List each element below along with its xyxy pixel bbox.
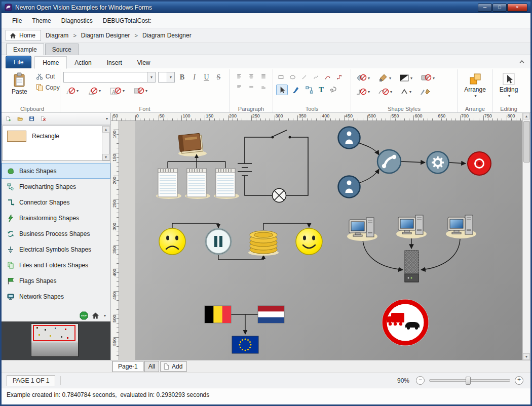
- text-border-button[interactable]: A ▾: [108, 86, 126, 96]
- format-painter-buttons[interactable]: [418, 87, 434, 97]
- netherlands-flag-shape[interactable]: [258, 306, 284, 323]
- align-justify-icon[interactable]: [259, 73, 268, 79]
- zoom-slider[interactable]: [429, 379, 510, 382]
- delete-document-button[interactable]: [39, 114, 48, 123]
- vertical-align-top-icon[interactable]: [235, 84, 243, 90]
- arrange-button[interactable]: Arrange ▾: [461, 70, 489, 100]
- text-highlight-button[interactable]: A ▾: [86, 86, 102, 96]
- eu-flag-shape[interactable]: [232, 336, 258, 353]
- coin-stack-shape[interactable]: [248, 231, 279, 256]
- menu-item-debug-totalcost[interactable]: DEBUGTotalCost:: [98, 15, 156, 27]
- notepad-shape[interactable]: [156, 169, 181, 199]
- palette-item-business-process-shapes[interactable]: Business Process Shapes: [2, 226, 110, 241]
- canvas-vertical-scrollbar[interactable]: ▲ ▼: [522, 113, 530, 360]
- breadcrumb-item-diagram[interactable]: Diagram: [46, 32, 68, 39]
- close-button[interactable]: ×: [507, 4, 527, 12]
- person-circle-shape[interactable]: [338, 176, 360, 198]
- minimize-button[interactable]: ─: [478, 4, 492, 12]
- align-left-icon[interactable]: [235, 73, 243, 79]
- ribbon-tab-home[interactable]: Home: [34, 56, 67, 69]
- breadcrumb-home[interactable]: Home: [6, 30, 41, 41]
- curve-tool-icon[interactable]: [311, 72, 321, 82]
- tab-example[interactable]: Example: [6, 44, 44, 55]
- copy-button[interactable]: Copy: [33, 83, 63, 92]
- belgium-flag-shape[interactable]: [205, 306, 231, 323]
- rectangle-tool-icon[interactable]: [276, 72, 286, 82]
- home-icon[interactable]: [92, 312, 99, 319]
- drawing-surface[interactable]: [119, 121, 522, 360]
- shape-preview-item[interactable]: Rectangle: [3, 126, 102, 146]
- paste-button[interactable]: Paste: [8, 70, 31, 97]
- ribbon-tab-view[interactable]: View: [130, 57, 158, 68]
- fill-style-button[interactable]: ▾: [354, 72, 371, 84]
- maximize-button[interactable]: □: [492, 4, 507, 12]
- palette-item-flowcharting-shapes[interactable]: Flowcharting Shapes: [2, 179, 110, 194]
- italic-button[interactable]: I: [189, 72, 199, 83]
- combo-dropdown-icon[interactable]: ▾: [147, 72, 155, 82]
- palette-item-flags-shapes[interactable]: Flags Shapes: [2, 273, 110, 289]
- server-tower-shape[interactable]: [405, 251, 419, 282]
- palette-item-connector-shapes[interactable]: Connector Shapes: [2, 194, 110, 210]
- save-button[interactable]: [27, 114, 36, 123]
- palette-item-basic-shapes[interactable]: Basic Shapes: [2, 163, 110, 179]
- phone-circle-shape[interactable]: [377, 150, 401, 173]
- strikethrough-button[interactable]: S: [214, 72, 223, 83]
- page-tab-page-1[interactable]: Page-1: [112, 361, 143, 372]
- shadow-style-button[interactable]: ▾: [419, 72, 436, 84]
- align-center-icon[interactable]: [247, 73, 255, 79]
- palette-item-electrical-symbols-shapes[interactable]: Electrical Symbols Shapes: [2, 241, 110, 257]
- text-tool-button[interactable]: T: [317, 85, 325, 95]
- footer-dropdown-icon[interactable]: ▾: [104, 313, 106, 318]
- pan-zoom-panel[interactable]: [2, 321, 110, 360]
- flags-connector[interactable]: [231, 314, 258, 334]
- desktop-computer-shape[interactable]: [396, 215, 427, 238]
- connector-start-style-button[interactable]: ▾: [354, 87, 371, 97]
- connect-shapes-tool-button[interactable]: [303, 85, 315, 95]
- tab-source[interactable]: Source: [45, 44, 79, 55]
- text-fill-button[interactable]: A ▾: [63, 86, 80, 96]
- editing-button[interactable]: Editing ▾: [496, 70, 521, 100]
- pen-tool-button[interactable]: [290, 85, 301, 95]
- text-background-button[interactable]: ▾: [132, 86, 149, 96]
- electric-circuit[interactable]: [238, 130, 308, 202]
- book-notepad-connectors[interactable]: [168, 154, 225, 168]
- combo-dropdown-icon[interactable]: ▾: [167, 72, 174, 82]
- add-page-button[interactable]: Add: [160, 361, 187, 372]
- ellipse-tool-icon[interactable]: [288, 72, 297, 82]
- book-shape[interactable]: [178, 133, 207, 156]
- ribbon-file-button[interactable]: File: [6, 56, 31, 68]
- diagram-canvas[interactable]: [119, 121, 522, 360]
- pause-button-shape[interactable]: [206, 229, 231, 254]
- pointer-tool-button[interactable]: [276, 85, 288, 95]
- open-folder-button[interactable]: [16, 114, 24, 123]
- breadcrumb-item-diagram-designer[interactable]: Diagram Designer: [81, 32, 130, 39]
- desktop-computer-shape[interactable]: [347, 218, 377, 241]
- lasso-tool-button[interactable]: [327, 85, 339, 95]
- sad-smiley-shape[interactable]: [159, 228, 185, 255]
- scroll-down-icon[interactable]: ▼: [102, 154, 110, 160]
- new-document-button[interactable]: [4, 114, 13, 123]
- desktop-computer-shape[interactable]: [446, 215, 476, 238]
- palette-item-network-shapes[interactable]: Network Shapes: [2, 289, 110, 304]
- record-circle-shape[interactable]: [468, 152, 491, 175]
- underline-button[interactable]: U: [202, 72, 211, 83]
- no-overtaking-truck-sign-shape[interactable]: [382, 299, 429, 346]
- vertical-align-bottom-icon[interactable]: [259, 84, 268, 90]
- vertical-align-middle-icon[interactable]: [247, 84, 255, 90]
- elbow-connector-tool-icon[interactable]: [334, 72, 344, 82]
- palette-item-files-and-folders-shapes[interactable]: Files and Folders Shapes: [2, 257, 110, 273]
- stroke-width-button[interactable]: ▾: [399, 87, 413, 97]
- zoom-in-button[interactable]: +: [515, 376, 523, 385]
- palette-item-brainstorming-shapes[interactable]: Brainstorming Shapes: [2, 210, 110, 226]
- person-circle-shape[interactable]: [338, 127, 360, 149]
- happy-smiley-shape[interactable]: [296, 228, 322, 255]
- scroll-up-icon[interactable]: ▲: [523, 113, 530, 119]
- viewport-rectangle[interactable]: [33, 325, 75, 341]
- scrollbar-thumb[interactable]: [523, 121, 530, 163]
- notepad-shape[interactable]: [185, 169, 210, 199]
- emotion-connectors[interactable]: [172, 223, 309, 260]
- menu-item-theme[interactable]: Theme: [27, 15, 55, 27]
- scroll-down-icon[interactable]: ▼: [523, 353, 530, 360]
- line-tool-icon[interactable]: [299, 72, 309, 82]
- gradient-style-button[interactable]: ▾: [398, 72, 414, 84]
